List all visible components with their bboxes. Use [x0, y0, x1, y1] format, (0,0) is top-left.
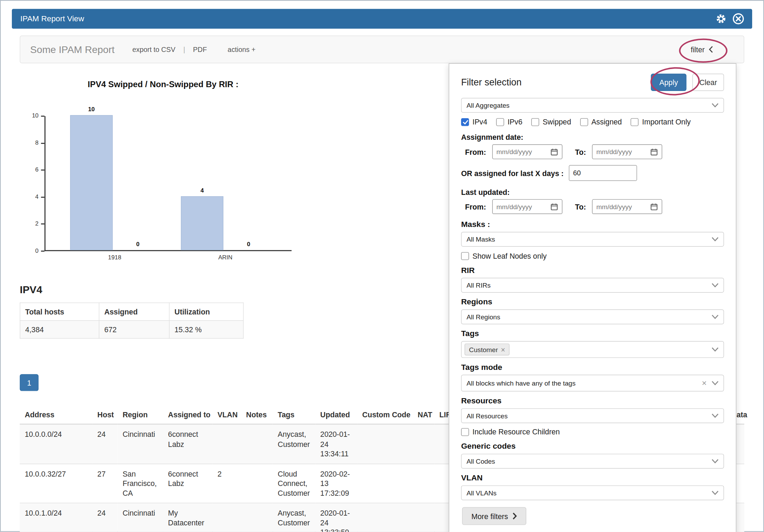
cell-updated: 2020-02-13 17:32:09: [315, 464, 358, 503]
filter-panel: Filter selection Apply Clear All Aggrega…: [449, 63, 736, 532]
y-tick-label: 8: [23, 139, 38, 146]
tags-mode-select-value: All blocks which have any of the tags: [466, 379, 575, 387]
calendar-icon[interactable]: [550, 203, 558, 210]
cell-tags: Cloud Connect, Customer: [273, 464, 315, 503]
pagination-page-1[interactable]: 1: [20, 374, 39, 391]
col-custom-code: Custom Code: [357, 405, 413, 424]
checkbox-label: Show Leaf Nodes only: [473, 252, 547, 260]
export-pdf-link[interactable]: PDF: [193, 45, 207, 53]
chevron-left-icon: [709, 46, 713, 53]
filter-toggle-button[interactable]: filter: [691, 45, 713, 54]
cell-nat: [413, 424, 434, 464]
updated-from-input[interactable]: mm/dd/yyyy: [492, 199, 562, 214]
cell-host: 24: [92, 503, 117, 532]
cell-vlan: [213, 424, 241, 464]
cell-custom-code: [357, 464, 413, 503]
resources-select[interactable]: All Resources: [461, 408, 724, 423]
cell-address: 10.0.0.32/27: [20, 464, 92, 503]
tag-chip-label: Customer: [469, 346, 498, 353]
checkbox-box[interactable]: [461, 252, 469, 260]
col-host: Host: [92, 405, 117, 424]
cell-updated: 2020-01-24 13:34:11: [315, 424, 358, 464]
checkbox-label: Important Only: [642, 117, 690, 126]
important-only-checkbox[interactable]: Important Only: [631, 117, 691, 126]
chevron-down-icon: [712, 103, 719, 108]
chevron-down-icon: [712, 459, 719, 464]
assignment-from-input[interactable]: mm/dd/yyyy: [492, 144, 562, 159]
checkbox-box[interactable]: [461, 428, 469, 436]
ipv6-checkbox[interactable]: IPv6: [496, 117, 522, 126]
cell-notes: [241, 464, 273, 503]
col-tags: Tags: [273, 405, 315, 424]
export-csv-link[interactable]: export to CSV: [132, 45, 176, 53]
tags-label: Tags: [461, 329, 724, 338]
checkbox-box[interactable]: [461, 118, 469, 126]
include-resource-children-checkbox[interactable]: Include Resource Children: [461, 427, 724, 436]
cell-vlan: [213, 503, 241, 532]
remove-tag-icon[interactable]: ×: [501, 346, 505, 353]
aggregates-select[interactable]: All Aggregates: [461, 98, 724, 113]
last-updated-label: Last updated:: [461, 188, 724, 196]
close-icon[interactable]: [732, 13, 744, 25]
cell-assigned-to: My Datacenter: [163, 503, 213, 532]
clear-button[interactable]: Clear: [692, 74, 724, 91]
actions-menu-button[interactable]: actions +: [228, 45, 255, 53]
apply-button[interactable]: Apply: [651, 74, 686, 91]
checkbox-box[interactable]: [531, 118, 539, 126]
cell-address: 10.0.0.0/24: [20, 424, 92, 464]
cell-custom-code: [357, 503, 413, 532]
calendar-icon[interactable]: [650, 203, 658, 210]
report-title: Some IPAM Report: [30, 44, 114, 55]
titlebar-icons: [716, 13, 744, 25]
calendar-icon[interactable]: [650, 148, 658, 155]
cell-assigned-to: 6connect Labz: [163, 424, 213, 464]
summary-header-utilization: Utilization: [169, 303, 244, 320]
checkbox-label: IPv6: [507, 117, 522, 126]
settings-gear-icon[interactable]: [716, 13, 726, 24]
cell-address: 10.0.1.0/24: [20, 503, 92, 532]
ipv4-section-heading: IPV4: [20, 284, 43, 296]
assigned-checkbox[interactable]: Assigned: [580, 117, 622, 126]
cell-nat: [413, 503, 434, 532]
rir-select[interactable]: All RIRs: [461, 278, 724, 293]
checkbox-box[interactable]: [631, 118, 639, 126]
checkbox-box[interactable]: [496, 118, 504, 126]
regions-select[interactable]: All Regions: [461, 310, 724, 325]
summary-row: 4,384 672 15.32 %: [20, 321, 243, 339]
tags-select[interactable]: Customer ×: [461, 341, 724, 358]
x-axis-category-label: ARIN: [196, 254, 255, 261]
type-checkbox-row: IPv4 IPv6 Swipped Assigned Important Onl…: [461, 117, 724, 126]
generic-codes-select[interactable]: All Codes: [461, 454, 724, 469]
y-tick-mark: [41, 116, 45, 117]
vlan-select-value: All VLANs: [466, 489, 496, 496]
assignment-to-input[interactable]: mm/dd/yyyy: [592, 144, 662, 159]
ipv4-checkbox[interactable]: IPv4: [461, 117, 487, 126]
summary-header-row: Total hosts Assigned Utilization: [20, 303, 243, 320]
x-axis-category-label: 1918: [85, 254, 144, 261]
tag-chip-customer[interactable]: Customer ×: [465, 343, 510, 355]
chevron-down-icon: [712, 237, 719, 242]
from-label: From:: [465, 147, 486, 156]
vlan-select[interactable]: All VLANs: [461, 485, 724, 500]
col-assigned-to: Assigned to: [163, 405, 213, 424]
rir-select-value: All RIRs: [466, 281, 490, 289]
checkbox-box[interactable]: [580, 118, 588, 126]
tags-mode-select[interactable]: All blocks which have any of the tags ×: [461, 375, 724, 392]
col-address: Address: [20, 405, 92, 424]
y-tick-label: 2: [23, 220, 38, 227]
clear-selection-icon[interactable]: ×: [702, 379, 707, 387]
show-leaf-nodes-checkbox[interactable]: Show Leaf Nodes only: [461, 252, 724, 260]
col-notes: Notes: [241, 405, 273, 424]
y-tick-mark: [41, 223, 45, 225]
cell-region: Cincinnati: [117, 424, 163, 464]
bar-swipped: [181, 196, 223, 250]
more-filters-button[interactable]: More filters: [462, 507, 526, 525]
calendar-icon[interactable]: [550, 148, 558, 155]
chevron-down-icon: [712, 314, 719, 319]
updated-to-input[interactable]: mm/dd/yyyy: [592, 199, 662, 214]
swipped-checkbox[interactable]: Swipped: [531, 117, 571, 126]
masks-select[interactable]: All Masks: [461, 232, 724, 247]
summary-header-total-hosts: Total hosts: [20, 303, 99, 320]
assigned-last-x-days-input[interactable]: [568, 165, 637, 181]
y-tick-label: 6: [23, 166, 38, 173]
